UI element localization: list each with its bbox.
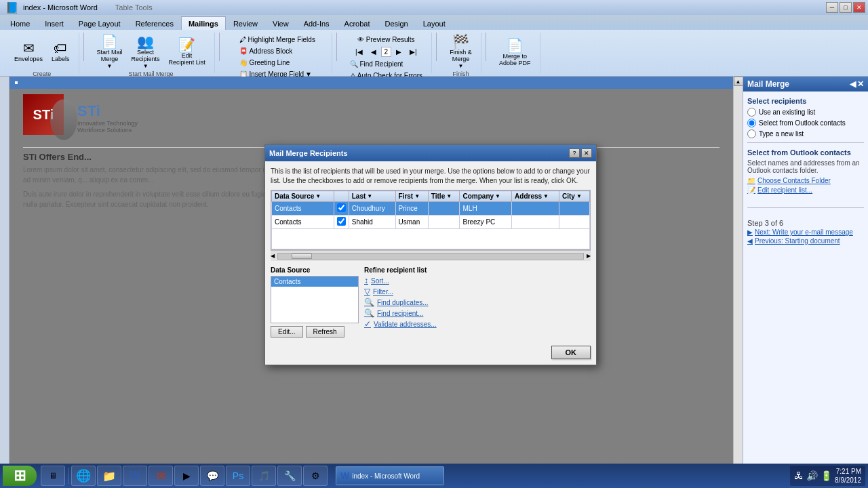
highlight-merge-fields-button[interactable]: 🖍Highlight Merge Fields [236, 34, 319, 45]
app-icon: 📘 [5, 1, 19, 14]
edit-recipient-list-button[interactable]: 📝EditRecipient List [165, 34, 209, 69]
nav-prev-button[interactable]: ◀ [368, 46, 380, 57]
filter-link[interactable]: ▽ Filter... [364, 287, 591, 296]
select-recipients-button[interactable]: 👥SelectRecipients▼ [128, 34, 163, 69]
tab-view[interactable]: View [265, 16, 296, 30]
col-first[interactable]: First ▼ [395, 191, 428, 202]
validate-icon: ✓ [364, 319, 371, 329]
cell-title [428, 202, 460, 216]
close-btn[interactable]: ✕ [853, 2, 865, 13]
data-source-label: Data Source [271, 266, 359, 274]
finish-merge-button[interactable]: 🏁Finish &Merge▼ [446, 34, 475, 69]
table-row-empty [272, 229, 590, 249]
start-mail-merge-group: 📄Start MailMerge▼ 👥SelectRecipients▼ 📝Ed… [88, 33, 215, 73]
dialog-help-btn[interactable]: ? [569, 148, 580, 158]
data-source-box: Data Source Contacts Edit... Refresh [271, 266, 359, 338]
tab-review[interactable]: Review [226, 16, 265, 30]
cell-address [512, 216, 559, 229]
start-mail-merge-button[interactable]: 📄Start MailMerge▼ [94, 34, 126, 69]
col-city[interactable]: City ▼ [559, 191, 590, 202]
dialog-close-btn[interactable]: ✕ [581, 148, 592, 158]
cell-address [512, 202, 559, 216]
find-recipient-icon: 🔍 [364, 308, 374, 318]
ribbon-content: ✉Envelopes 🏷Labels Create 📄Start MailMer… [0, 30, 868, 76]
col-company[interactable]: Company ▼ [460, 191, 512, 202]
labels-button[interactable]: 🏷Labels [48, 34, 73, 69]
restore-btn[interactable]: □ [840, 2, 852, 13]
mail-merge-recipients-dialog: Mail Merge Recipients ? ✕ This is the li… [264, 144, 597, 365]
dialog-titlebar: Mail Merge Recipients ? ✕ [265, 145, 596, 161]
col-address[interactable]: Address ▼ [512, 191, 559, 202]
cell-city [559, 202, 590, 216]
cell-last: Shahid [349, 216, 395, 229]
nav-first-button[interactable]: |◀ [352, 46, 366, 57]
merge-adobe-button[interactable]: 📄Merge toAdobe PDF [496, 35, 534, 70]
preview-page-number[interactable]: 2 [381, 47, 392, 57]
tab-mailings[interactable]: Mailings [181, 16, 226, 30]
hscroll-right-btn[interactable]: ▶ [587, 253, 591, 259]
cell-checkbox[interactable] [334, 202, 349, 216]
refresh-button[interactable]: Refresh [306, 326, 344, 338]
cell-checkbox[interactable] [334, 216, 349, 229]
dialog-description: This is the list of recipients that will… [271, 167, 591, 186]
find-recipient-button[interactable]: 🔍 Find Recipient [347, 58, 426, 69]
refine-label: Refine recipient list [364, 266, 591, 274]
hscroll-thumb[interactable] [292, 253, 312, 259]
validate-addresses-link[interactable]: ✓ Validate addresses... [364, 319, 591, 329]
ok-button[interactable]: OK [551, 346, 591, 359]
tab-design[interactable]: Design [378, 16, 416, 30]
find-recipient-link[interactable]: 🔍 Find recipient... [364, 308, 591, 318]
find-duplicates-link[interactable]: 🔍 Find duplicates... [364, 298, 591, 307]
dialog-title: Mail Merge Recipients [269, 149, 348, 157]
table-row[interactable]: Contacts Shahid Usman Breezy PC [272, 216, 590, 229]
hscroll-track[interactable] [277, 253, 584, 260]
address-block-button[interactable]: 📮Address Block [236, 45, 319, 56]
window-controls: ─ □ ✕ [826, 2, 865, 13]
col-last[interactable]: Last ▼ [349, 191, 395, 202]
data-source-list[interactable]: Contacts [271, 276, 359, 323]
titlebar-title: index - Microsoft Word [23, 3, 98, 12]
table-row[interactable]: Contacts Choudhury Prince MLH [272, 202, 590, 216]
data-source-buttons: Edit... Refresh [271, 326, 359, 338]
cell-title [428, 216, 460, 229]
recipients-table-container: Data Source ▼ Last ▼ First ▼ Title ▼ Com… [271, 190, 591, 250]
sort-link[interactable]: ↕ Sort... [364, 276, 591, 285]
recipients-table: Data Source ▼ Last ▼ First ▼ Title ▼ Com… [271, 190, 590, 249]
filter-icon: ▽ [364, 287, 370, 296]
tab-acrobat[interactable]: Acrobat [337, 16, 378, 30]
ribbon: Home Insert Page Layout References Maili… [0, 15, 868, 77]
col-title[interactable]: Title ▼ [428, 191, 460, 202]
data-source-item[interactable]: Contacts [271, 277, 358, 287]
dialog-bottom: Data Source Contacts Edit... Refresh Ref… [265, 266, 596, 343]
cell-company: MLH [460, 202, 512, 216]
tab-page-layout[interactable]: Page Layout [71, 16, 128, 30]
nav-last-button[interactable]: ▶| [406, 46, 420, 57]
dialog-overlay: Mail Merge Recipients ? ✕ This is the li… [0, 77, 868, 474]
cell-data-source: Contacts [272, 216, 334, 229]
preview-results-button[interactable]: 👁 Preview Results [354, 34, 418, 45]
refine-box: Refine recipient list ↕ Sort... ▽ Filter… [364, 266, 591, 338]
table-tools-label: Table Tools [115, 3, 153, 12]
adobe-group: 📄Merge toAdobe PDF [490, 33, 540, 73]
sort-icon: ↕ [364, 276, 368, 285]
envelopes-button[interactable]: ✉Envelopes [11, 34, 46, 69]
tab-layout[interactable]: Layout [416, 16, 453, 30]
tab-references[interactable]: References [128, 16, 181, 30]
table-hscroll[interactable]: ◀ ▶ [271, 250, 591, 261]
cell-city [559, 216, 590, 229]
col-checkbox [334, 191, 349, 202]
nav-next-button[interactable]: ▶ [393, 46, 405, 57]
write-insert-group: 🖍Highlight Merge Fields 📮Address Block 👋… [224, 33, 332, 73]
edit-button[interactable]: Edit... [271, 326, 303, 338]
minimize-btn[interactable]: ─ [826, 2, 838, 13]
find-duplicates-icon: 🔍 [364, 298, 374, 307]
cell-company: Breezy PC [460, 216, 512, 229]
tab-home[interactable]: Home [3, 16, 37, 30]
col-data-source[interactable]: Data Source ▼ [272, 191, 334, 202]
tab-add-ins[interactable]: Add-Ins [296, 16, 337, 30]
tab-insert[interactable]: Insert [37, 16, 71, 30]
greeting-line-button[interactable]: 👋Greeting Line [236, 57, 319, 68]
preview-group: 👁 Preview Results |◀ ◀ 2 ▶ ▶| 🔍 Find Rec… [341, 33, 432, 73]
table-header-row: Data Source ▼ Last ▼ First ▼ Title ▼ Com… [272, 191, 590, 202]
hscroll-left-btn[interactable]: ◀ [271, 253, 275, 259]
